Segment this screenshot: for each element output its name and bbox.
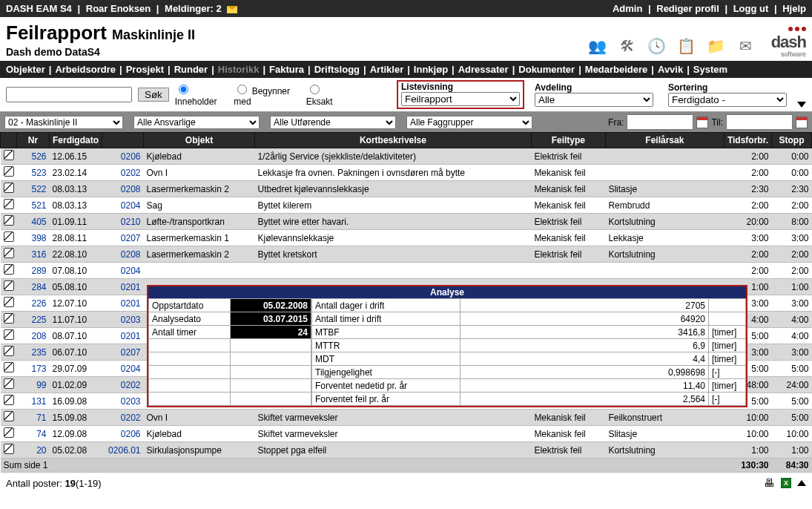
col-header-0[interactable]: [1, 133, 17, 148]
print-icon[interactable]: 🖶: [763, 477, 775, 489]
expand-down-icon[interactable]: [797, 102, 806, 108]
calendar-from-icon[interactable]: [696, 116, 708, 128]
edit-icon[interactable]: [4, 362, 14, 372]
mail-icon[interactable]: [227, 6, 237, 13]
tools-icon[interactable]: 🛠: [615, 34, 639, 58]
id-link[interactable]: 0203: [121, 396, 141, 407]
edit-icon[interactable]: [4, 231, 14, 242]
edit-icon[interactable]: [4, 313, 14, 324]
col-header-4[interactable]: Objekt: [144, 133, 255, 148]
nav-item-avvik[interactable]: Avvik: [658, 64, 683, 75]
edit-icon[interactable]: [4, 280, 14, 291]
edit-icon[interactable]: [4, 427, 14, 438]
edit-cell[interactable]: [1, 295, 17, 312]
utforende-select[interactable]: Alle Utførende: [270, 116, 396, 129]
radio-contains[interactable]: Inneholder: [175, 82, 225, 107]
edit-icon[interactable]: [4, 411, 14, 421]
nr-link[interactable]: 208: [31, 331, 46, 341]
edit-icon[interactable]: [4, 215, 14, 226]
to-date-input[interactable]: [726, 114, 793, 130]
edit-cell[interactable]: [1, 312, 17, 328]
edit-cell[interactable]: [1, 214, 17, 230]
nr-link[interactable]: 99: [36, 380, 46, 390]
nr-link[interactable]: 521: [31, 200, 46, 211]
edit-icon[interactable]: [4, 166, 14, 177]
id-link[interactable]: 0204: [121, 200, 141, 211]
nr-link[interactable]: 526: [31, 151, 46, 162]
nav-item-driftslogg[interactable]: Driftslogg: [314, 64, 360, 75]
id-link[interactable]: 0208: [121, 249, 141, 260]
edit-cell[interactable]: [1, 377, 17, 393]
nr-link[interactable]: 226: [31, 298, 46, 309]
id-link[interactable]: 0210: [121, 217, 141, 227]
edit-cell[interactable]: [1, 181, 17, 197]
id-link[interactable]: 0202: [121, 413, 141, 423]
id-link[interactable]: 0202: [121, 168, 141, 178]
id-link[interactable]: 0208: [121, 184, 141, 194]
col-header-8[interactable]: Tidsforbr.: [724, 133, 771, 148]
edit-icon[interactable]: [4, 378, 14, 389]
nav-item-medarbeidere[interactable]: Medarbeidere: [585, 64, 648, 75]
edit-profile-link[interactable]: Rediger profil: [656, 3, 719, 14]
sort-select[interactable]: Ferdigdato -: [668, 93, 787, 107]
listview-select[interactable]: Feilrapport: [401, 92, 520, 106]
edit-cell[interactable]: [1, 246, 17, 263]
nr-link[interactable]: 316: [31, 249, 46, 260]
id-link[interactable]: 0201: [121, 282, 141, 292]
history-icon[interactable]: 🕓: [645, 34, 669, 58]
calendar-to-icon[interactable]: [796, 116, 808, 128]
id-link[interactable]: 0206.01: [108, 445, 140, 456]
col-header-7[interactable]: Feilårsak: [605, 133, 724, 148]
edit-cell[interactable]: [1, 328, 17, 344]
id-link[interactable]: 0204: [121, 364, 141, 374]
nr-link[interactable]: 235: [31, 347, 46, 358]
id-link[interactable]: 0203: [121, 315, 141, 325]
id-link[interactable]: 0206: [121, 151, 141, 162]
users-icon[interactable]: 👥: [586, 34, 610, 58]
radio-begins[interactable]: Begynner med: [234, 82, 297, 107]
collapse-up-icon[interactable]: [797, 480, 806, 486]
documents-icon[interactable]: 📁: [704, 34, 728, 58]
id-link[interactable]: 0201: [121, 331, 141, 341]
col-header-2[interactable]: Ferdigdato: [50, 133, 102, 148]
edit-icon[interactable]: [4, 150, 14, 160]
edit-icon[interactable]: [4, 346, 14, 356]
edit-icon[interactable]: [4, 199, 14, 209]
col-header-6[interactable]: Feiltype: [531, 133, 605, 148]
mail2-icon[interactable]: ✉: [734, 34, 758, 58]
col-header-5[interactable]: Kortbeskrivelse: [255, 133, 532, 148]
nr-link[interactable]: 173: [31, 364, 46, 374]
edit-cell[interactable]: [1, 442, 17, 459]
edit-cell[interactable]: [1, 279, 17, 295]
nr-link[interactable]: 284: [31, 282, 46, 292]
id-link[interactable]: 0204: [121, 266, 141, 276]
nav-item-innkjøp[interactable]: Innkjøp: [414, 64, 448, 75]
nav-item-historikk[interactable]: Historikk: [218, 64, 260, 75]
nr-link[interactable]: 71: [36, 413, 46, 423]
edit-icon[interactable]: [4, 183, 14, 193]
notes-icon[interactable]: 📋: [675, 34, 699, 58]
edit-icon[interactable]: [4, 329, 14, 340]
radio-exact[interactable]: Eksakt: [306, 82, 343, 107]
nr-link[interactable]: 523: [31, 168, 46, 178]
edit-cell[interactable]: [1, 344, 17, 361]
edit-icon[interactable]: [4, 248, 14, 258]
nav-item-faktura[interactable]: Faktura: [269, 64, 304, 75]
nav-item-arbeidsordre[interactable]: Arbeidsordre: [55, 64, 116, 75]
help-link[interactable]: Hjelp: [782, 3, 806, 14]
nav-item-artikler[interactable]: Artikler: [370, 64, 404, 75]
search-input[interactable]: [6, 87, 132, 102]
edit-cell[interactable]: [1, 410, 17, 426]
edit-icon[interactable]: [4, 264, 14, 275]
nav-item-adressater[interactable]: Adressater: [458, 64, 509, 75]
edit-cell[interactable]: [1, 197, 17, 214]
nav-item-objekter[interactable]: Objekter: [6, 64, 45, 75]
edit-cell[interactable]: [1, 165, 17, 181]
nav-item-dokumenter[interactable]: Dokumenter: [518, 64, 575, 75]
nr-link[interactable]: 20: [36, 445, 46, 456]
from-date-input[interactable]: [627, 114, 693, 130]
admin-link[interactable]: Admin: [613, 3, 642, 14]
id-link[interactable]: 0202: [121, 380, 141, 390]
edit-icon[interactable]: [4, 444, 14, 454]
edit-cell[interactable]: [1, 230, 17, 246]
